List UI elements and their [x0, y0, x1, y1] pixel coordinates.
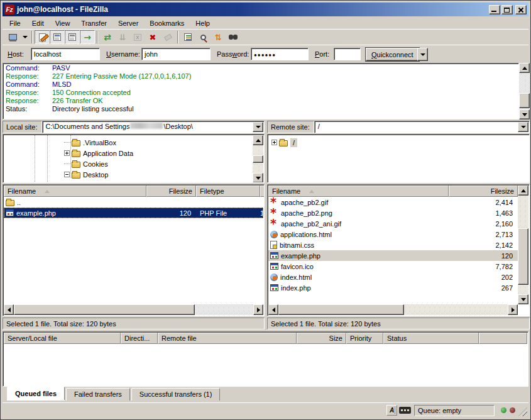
menu-file[interactable]: File [4, 18, 26, 28]
toggle-remote-tree-button[interactable] [65, 30, 80, 44]
file-row[interactable]: favicon.ico7,782 [268, 261, 518, 272]
tree-item-application-data[interactable]: Application Data [4, 148, 253, 158]
local-tree-scrollbar[interactable] [253, 135, 263, 182]
log-scrollbar[interactable] [519, 63, 530, 119]
menu-help[interactable]: Help [190, 18, 216, 28]
scrollbar-thumb[interactable] [518, 228, 528, 285]
cancel-operation-button[interactable]: x [130, 30, 145, 44]
sync-browsing-button[interactable]: ⇅ [211, 30, 226, 44]
menu-transfer[interactable]: Transfer [75, 18, 112, 28]
username-input[interactable]: john [141, 48, 211, 60]
local-list-hscrollbar[interactable] [4, 304, 263, 315]
queue-column-status[interactable]: Status [383, 333, 479, 344]
expand-icon[interactable] [64, 150, 70, 156]
remote-list-hscrollbar[interactable] [268, 304, 518, 315]
file-row-selected[interactable]: example.php120 [268, 250, 518, 261]
queue-column-direction[interactable]: Directi... [121, 333, 158, 344]
queue-column-server-local[interactable]: Server/Local file [4, 333, 121, 344]
tree-item-virtualbox[interactable]: .VirtualBox [4, 137, 253, 148]
process-queue-button[interactable]: ⇊ [115, 30, 130, 44]
scroll-up-button[interactable] [519, 63, 530, 73]
scroll-right-button[interactable] [508, 304, 518, 315]
scrollbar-thumb[interactable] [278, 304, 404, 315]
expand-icon[interactable] [271, 140, 277, 145]
host-input[interactable]: localhost [31, 48, 100, 60]
tree-item-cookies[interactable]: Cookies [4, 158, 253, 169]
column-header-filesize[interactable]: Filesize [146, 185, 196, 197]
scroll-right-button[interactable] [253, 304, 263, 315]
refresh-button[interactable]: ⇄ [100, 30, 115, 44]
file-row[interactable]: apache_pb2.gif2,414 [268, 197, 518, 207]
scroll-up-button[interactable] [253, 135, 263, 145]
column-header-lastmodified[interactable]: L [260, 185, 265, 197]
site-manager-dropdown[interactable] [20, 30, 30, 44]
title-bar[interactable]: Fz john@localhost - FileZilla [3, 3, 528, 16]
log-entry: Command:MLSD [3, 80, 518, 89]
site-manager-button[interactable] [5, 30, 20, 44]
filter-button[interactable] [180, 30, 195, 44]
sort-ascending-icon [309, 190, 314, 193]
toggle-queue-button[interactable]: → [80, 30, 95, 44]
password-input[interactable]: ●●●●●● [251, 48, 309, 60]
file-row-example-php[interactable]: example.php 120 PHP File 1 [4, 207, 263, 218]
remote-path-dropdown[interactable] [518, 122, 528, 132]
scrollbar-thumb[interactable] [519, 93, 530, 108]
toggle-log-button[interactable] [35, 30, 50, 44]
close-button[interactable] [515, 5, 527, 14]
scrollbar-thumb[interactable] [253, 155, 263, 163]
file-row[interactable]: apache_pb2.png1,463 [268, 207, 518, 218]
scroll-left-button[interactable] [268, 304, 278, 315]
column-header-filetype[interactable]: Filetype [196, 185, 260, 197]
filter-icon [183, 32, 194, 42]
find-files-button[interactable] [226, 30, 241, 44]
quickconnect-dropdown[interactable] [417, 48, 428, 61]
tree-item-root[interactable]: / [268, 137, 528, 148]
tab-queued-files[interactable]: Queued files [7, 387, 65, 400]
quickconnect-button[interactable]: Quickconnect [366, 48, 419, 61]
file-row-parent-dir[interactable]: .. [4, 197, 263, 207]
file-row[interactable]: apache_pb2_ani.gif2,160 [268, 218, 518, 229]
maximize-button[interactable] [501, 5, 513, 14]
scrollbar-thumb[interactable] [14, 304, 195, 315]
remote-list-vscrollbar[interactable] [518, 185, 528, 304]
log-entry: Response:227 Entering Passive Mode (127,… [3, 72, 518, 80]
file-row[interactable]: index.html202 [268, 272, 518, 282]
file-row[interactable]: index.php267 [268, 282, 518, 293]
local-path-combo[interactable]: C:\Documents and Settings\Desktop\ [42, 121, 265, 133]
toggle-local-tree-button[interactable] [50, 30, 65, 44]
queue-column-size[interactable]: Size [297, 333, 346, 344]
queue-tabs: Queued files Failed transfers Successful… [3, 387, 528, 402]
tree-item-desktop[interactable]: Desktop [4, 169, 253, 180]
reconnect-button[interactable] [160, 30, 175, 44]
file-row[interactable]: applications.html2,713 [268, 229, 518, 240]
directory-comparison-button[interactable] [195, 30, 211, 44]
minimize-button[interactable] [489, 5, 500, 14]
queue-column-empty [479, 333, 527, 344]
local-tree-icon [52, 32, 63, 42]
resize-grip[interactable] [518, 407, 527, 416]
file-row[interactable]: bitnami.css2,142 [268, 240, 518, 250]
local-path-dropdown[interactable] [253, 122, 263, 132]
scroll-down-button[interactable] [253, 173, 263, 183]
menu-edit[interactable]: Edit [26, 18, 50, 28]
menu-bookmarks[interactable]: Bookmarks [144, 18, 190, 28]
port-input[interactable] [334, 48, 361, 60]
scroll-down-button[interactable] [519, 109, 530, 119]
queue-column-priority[interactable]: Priority [346, 333, 383, 344]
collapse-icon[interactable] [64, 172, 70, 177]
disconnect-button[interactable]: ✖ [145, 30, 160, 44]
queue-column-remote-file[interactable]: Remote file [158, 333, 297, 344]
tab-failed-transfers[interactable]: Failed transfers [66, 388, 130, 401]
column-header-filename[interactable]: Filename [4, 185, 146, 197]
column-header-filename[interactable]: Filename [268, 185, 449, 197]
column-header-filesize[interactable]: Filesize [449, 185, 518, 197]
scroll-left-button[interactable] [4, 304, 14, 315]
password-label: Password: [217, 50, 249, 58]
scroll-up-button[interactable] [518, 185, 528, 196]
menu-server[interactable]: Server [112, 18, 144, 28]
menu-view[interactable]: View [50, 18, 76, 28]
remote-site-label: Remote site: [267, 121, 314, 133]
remote-path-combo[interactable]: / [314, 121, 530, 133]
tab-successful-transfers[interactable]: Successful transfers (1) [131, 388, 221, 401]
scroll-down-button[interactable] [518, 294, 528, 304]
